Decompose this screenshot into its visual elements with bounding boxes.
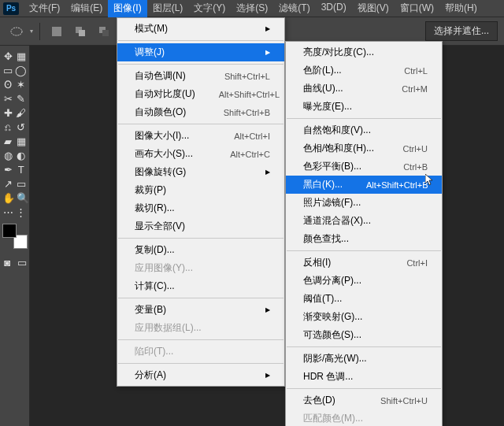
svg-point-0 (11, 28, 22, 35)
more-tool[interactable]: ⋮ (16, 205, 28, 219)
menu-item[interactable]: 自动色调(N)Shift+Ctrl+L (117, 67, 284, 85)
menubar-item[interactable]: 编辑(E) (65, 0, 108, 17)
hand-tool[interactable]: ✋ (2, 191, 15, 205)
lasso-rect-tool[interactable]: ▭ (2, 63, 13, 77)
menubar-item[interactable]: 窗口(W) (395, 0, 439, 17)
menu-item[interactable]: 阈值(T)... (286, 290, 442, 308)
menubar-item[interactable]: 帮助(H) (439, 0, 483, 17)
menubar-item[interactable]: 文字(Y) (188, 0, 231, 17)
history-brush-tool[interactable]: ↺ (16, 120, 28, 134)
menu-item-label: 陷印(T)... (135, 345, 173, 358)
menu-item-shortcut: Shift+Ctrl+B (224, 108, 270, 117)
menu-item[interactable]: 模式(M) (117, 20, 284, 38)
menu-item[interactable]: 颜色查找... (286, 230, 442, 248)
menu-item-label: 色彩平衡(B)... (303, 160, 361, 173)
menu-item-label: 调整(J) (135, 46, 165, 59)
menubar-item[interactable]: 图像(I) (108, 0, 146, 17)
menu-item[interactable]: 色彩平衡(B)...Ctrl+B (286, 157, 442, 176)
blur-tool[interactable]: ◍ (2, 148, 14, 162)
menu-item-label: 自然饱和度(V)... (303, 124, 371, 137)
menu-item[interactable]: 色阶(L)...Ctrl+L (286, 61, 442, 80)
menu-item[interactable]: 裁切(R)... (117, 199, 284, 217)
menu-item[interactable]: 显示全部(V) (117, 217, 284, 235)
type-tool[interactable]: T (16, 162, 28, 176)
menu-item[interactable]: 复制(D)... (117, 241, 284, 259)
menu-item[interactable]: 画布大小(S)...Alt+Ctrl+C (117, 145, 284, 163)
menu-item: 应用图像(Y)... (117, 259, 284, 277)
menu-item[interactable]: 黑白(K)...Alt+Shift+Ctrl+B (286, 176, 442, 194)
menu-item[interactable]: 可选颜色(S)... (286, 326, 442, 344)
magic-wand-tool[interactable]: ✶ (16, 77, 28, 91)
menu-item-label: 模式(M) (135, 22, 168, 35)
menu-item[interactable]: 自然饱和度(V)... (286, 121, 442, 139)
menubar-item[interactable]: 滤镜(T) (273, 0, 315, 17)
crop-tool[interactable]: ✂ (2, 91, 14, 106)
menu-item[interactable]: 曝光度(E)... (286, 98, 442, 116)
menu-item[interactable]: 裁剪(P) (117, 181, 284, 199)
menu-item[interactable]: 曲线(U)...Ctrl+M (286, 80, 442, 98)
menubar-item[interactable]: 选择(S) (231, 0, 273, 17)
path-tool[interactable]: ↗ (2, 176, 14, 191)
menu-item[interactable]: 自动对比度(U)Alt+Shift+Ctrl+L (117, 85, 284, 103)
eyedropper-tool[interactable]: ✎ (16, 91, 28, 106)
menu-item-label: 画布大小(S)... (135, 147, 193, 161)
menu-item[interactable]: 变量(B) (117, 301, 284, 319)
menu-item[interactable]: 色调分离(P)... (286, 272, 442, 290)
select-and-mask-button[interactable]: 选择并遮住... (425, 21, 498, 41)
menu-item: 匹配颜色(M)... (286, 409, 442, 426)
menu-item-label: 应用数据组(L)... (135, 321, 202, 335)
menubar-item[interactable]: 图层(L) (147, 0, 189, 17)
eraser-tool[interactable]: ▰ (2, 134, 14, 148)
menu-item[interactable]: 计算(C)... (117, 277, 284, 295)
menu-item[interactable]: 去色(D)Shift+Ctrl+U (286, 391, 442, 409)
menu-item[interactable]: 亮度/对比度(C)... (286, 43, 442, 61)
menu-item[interactable]: HDR 色调... (286, 368, 442, 386)
menubar-item[interactable]: 3D(D) (316, 0, 352, 17)
tools-panel: ✥▦▭◯ʘ✶✂✎✚🖌⎌↺▰▦◍◐✒T↗▭✋🔍⋯⋮ ◙ ▭ (0, 46, 30, 426)
menu-item-label: 色相/饱和度(H)... (303, 142, 374, 155)
move-tool[interactable]: ✥ (2, 49, 14, 63)
menubar: Ps 文件(F)编辑(E)图像(I)图层(L)文字(Y)选择(S)滤镜(T)3D… (0, 0, 504, 17)
artboard-tool[interactable]: ▦ (16, 49, 28, 63)
color-swatches[interactable] (2, 224, 28, 249)
options-tool[interactable]: ⋯ (2, 205, 14, 219)
menu-item[interactable]: 调整(J) (117, 43, 284, 61)
spot-heal-tool[interactable]: ✚ (2, 106, 14, 120)
menu-item[interactable]: 色相/饱和度(H)...Ctrl+U (286, 139, 442, 157)
selection-add-icon[interactable] (70, 21, 91, 42)
zoom-tool[interactable]: 🔍 (17, 191, 29, 205)
menu-item[interactable]: 照片滤镜(F)... (286, 194, 442, 212)
brush-tool[interactable]: 🖌 (16, 106, 28, 120)
gradient-tool[interactable]: ▦ (16, 134, 28, 148)
clone-tool[interactable]: ⎌ (2, 120, 14, 134)
lasso-tool[interactable]: ʘ (2, 77, 14, 91)
pen-tool[interactable]: ✒ (2, 162, 14, 176)
menu-item-label: 自动色调(N) (135, 69, 186, 83)
menu-item[interactable]: 分析(A) (117, 366, 284, 384)
tool-preset-icon[interactable] (6, 21, 27, 42)
menu-item: 陷印(T)... (117, 343, 284, 361)
menu-item[interactable]: 自动颜色(O)Shift+Ctrl+B (117, 103, 284, 121)
menubar-item[interactable]: 视图(V) (352, 0, 395, 17)
menu-item[interactable]: 反相(I)Ctrl+I (286, 254, 442, 272)
menu-item-label: 反相(I) (303, 256, 331, 269)
selection-subtract-icon[interactable] (94, 21, 114, 42)
screenmode-icon[interactable]: ▭ (17, 255, 28, 269)
menu-item-label: 去色(D) (303, 394, 335, 407)
shape-tool[interactable]: ▭ (16, 176, 28, 191)
menu-item-label: 色调分离(P)... (303, 274, 361, 287)
menubar-item[interactable]: 文件(F) (24, 0, 65, 17)
menu-item[interactable]: 图像大小(I)...Alt+Ctrl+I (117, 127, 284, 145)
svg-rect-1 (52, 27, 61, 36)
menu-item[interactable]: 渐变映射(G)... (286, 308, 442, 326)
menu-item[interactable]: 通道混合器(X)... (286, 212, 442, 230)
menu-item[interactable]: 阴影/高光(W)... (286, 350, 442, 368)
quickmask-icon[interactable]: ◙ (2, 255, 13, 269)
selection-new-icon[interactable] (46, 21, 67, 42)
foreground-color-swatch[interactable] (2, 224, 17, 238)
dodge-tool[interactable]: ◐ (16, 148, 28, 162)
lasso-ellipse-tool[interactable]: ◯ (15, 63, 27, 77)
menu-item-shortcut: Ctrl+U (403, 144, 428, 154)
menu-item-shortcut: Alt+Ctrl+I (234, 132, 270, 141)
menu-item[interactable]: 图像旋转(G) (117, 163, 284, 181)
